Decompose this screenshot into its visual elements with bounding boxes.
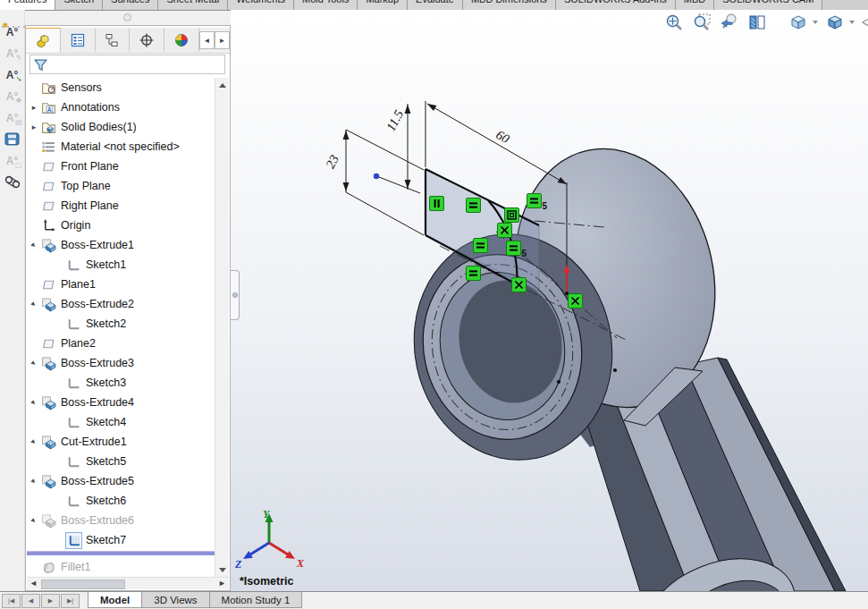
tree-item-sketch7[interactable]: Sketch7 [27, 530, 215, 550]
capture-annotation-icon[interactable]: A°▢ [3, 151, 22, 170]
scroll-up-icon[interactable] [219, 83, 226, 88]
triad-x-label: X [296, 557, 305, 570]
sketch-point-selected[interactable] [374, 173, 379, 179]
commandmanager-tab-sketch[interactable]: Sketch [55, 0, 103, 11]
scroll-down-icon[interactable] [219, 568, 226, 572]
collapse-icon[interactable]: ▸ [27, 394, 42, 410]
tree-item-sketch4[interactable]: Sketch4 [27, 412, 215, 432]
panel-resize-knob[interactable] [123, 13, 131, 21]
edit-annotation-icon[interactable]: A°✎ [3, 44, 22, 63]
relation-equal-icon[interactable] [466, 266, 481, 281]
tree-item-right-plane[interactable]: Right Plane [27, 196, 215, 216]
tab-motion-study-1[interactable]: Motion Study 1 [210, 592, 303, 608]
step-forward-button[interactable]: ▶ [41, 594, 60, 608]
tree-filter-field[interactable] [29, 55, 225, 74]
model-canvas[interactable]: 23 11.5 60 Y [231, 10, 868, 591]
relation-parallel-icon[interactable] [429, 196, 444, 211]
tree-item-sensors[interactable]: Sensors [27, 78, 215, 97]
commandmanager-tab-sheet-metal[interactable]: Sheet Metal [158, 0, 228, 11]
tree-item-cut-extrude1[interactable]: ▸Cut-Extrude1 [27, 432, 215, 452]
collapse-icon[interactable]: ▸ [27, 512, 42, 529]
tree-item-plane1[interactable]: Plane1 [27, 275, 215, 294]
sketch-icon [66, 258, 81, 273]
collapse-icon[interactable]: ▸ [27, 296, 42, 312]
tree-item-solid-bodies-1[interactable]: ▸Solid Bodies(1) [27, 117, 215, 137]
relation-on-surface-icon[interactable] [504, 207, 519, 223]
display-style-dropdown-icon[interactable] [849, 21, 855, 24]
relation-equal-icon[interactable] [466, 198, 481, 213]
tree-item-fillet1[interactable]: Fillet1 [27, 557, 215, 577]
featuremanager-design-tree-tab[interactable] [26, 28, 61, 53]
commandmanager-tab-surfaces[interactable]: Surfaces [103, 0, 158, 11]
dimxpertmanager-tab[interactable] [130, 28, 164, 52]
tree-vertical-scrollbar[interactable] [215, 78, 229, 578]
tree-item-material-not-specified[interactable]: Material <not specified> [27, 137, 215, 156]
tab-model[interactable]: Model [88, 592, 142, 608]
previous-view-icon[interactable] [719, 12, 740, 33]
tree-item-sketch1[interactable]: Sketch1 [27, 255, 215, 275]
go-to-end-button[interactable]: ▶| [61, 594, 80, 608]
featuremanager-tab-bar: ◄ ► [26, 28, 230, 54]
tree-item-sketch6[interactable]: Sketch6 [27, 491, 215, 511]
scroll-left-icon[interactable]: ◄ [29, 579, 38, 588]
expand-icon[interactable]: ▸ [27, 103, 41, 112]
tree-item-boss-extrude4[interactable]: ▸Boss-Extrude4 [27, 393, 215, 412]
solidworks-window: FeaturesSketchSurfacesSheet MetalWeldmen… [0, 0, 868, 609]
scroll-right-icon[interactable]: ► [218, 579, 226, 588]
configurationmanager-tab[interactable] [96, 28, 131, 52]
collapse-icon[interactable]: ▸ [27, 355, 42, 371]
step-back-button[interactable]: ◀ [21, 594, 40, 608]
tree-item-sketch5[interactable]: Sketch5 [27, 452, 215, 471]
fillet-icon [41, 560, 56, 575]
zoom-to-fit-icon[interactable] [663, 12, 685, 33]
relation-coincident-icon[interactable] [497, 223, 512, 238]
panel-tab-scroll-right[interactable]: ► [215, 31, 230, 49]
display-style-icon[interactable] [824, 12, 846, 33]
annotation-options-icon[interactable]: A°▤ [3, 108, 22, 127]
relation-coincident-icon[interactable] [568, 293, 583, 309]
collapse-icon[interactable]: ▸ [27, 473, 42, 489]
tree-item-label: Boss-Extrude5 [61, 475, 134, 487]
collapse-icon[interactable]: ▸ [27, 237, 42, 253]
expand-icon[interactable]: ▸ [27, 123, 41, 131]
view-orientation-icon[interactable] [788, 12, 809, 33]
tree-item-boss-extrude5[interactable]: ▸Boss-Extrude5 [27, 471, 215, 491]
relation-coincident-icon[interactable] [511, 277, 527, 292]
displaymanager-tab[interactable] [164, 28, 199, 52]
tree-horizontal-scrollbar[interactable]: ◄ ► [27, 577, 229, 589]
view-orientation-dropdown-icon[interactable] [813, 21, 818, 24]
tree-item-boss-extrude1[interactable]: ▸Boss-Extrude1 [27, 235, 215, 255]
scrollbar-thumb[interactable] [41, 579, 125, 589]
propertymanager-tab[interactable] [61, 28, 96, 52]
bottom-tab-bar: |◀◀▶▶| Model3D ViewsMotion Study 1 [0, 591, 868, 609]
section-view-icon[interactable] [746, 12, 768, 33]
tree-item-front-plane[interactable]: Front Plane [27, 156, 215, 176]
save-annotation-views-icon[interactable] [3, 130, 22, 148]
tree-item-sketch3[interactable]: Sketch3 [27, 373, 215, 393]
tree-item-label: Plane2 [61, 337, 96, 350]
zoom-to-area-icon[interactable] [691, 12, 712, 33]
hide-show-items-icon[interactable] [861, 12, 868, 33]
relation-equal-icon[interactable]: 5 [506, 241, 521, 256]
rollback-bar[interactable] [27, 551, 215, 555]
move-annotation-icon[interactable]: A°➘ [3, 65, 22, 84]
tree-item-annotations[interactable]: ▸AAnnotations [27, 97, 215, 117]
tree-item-boss-extrude2[interactable]: ▸Boss-Extrude2 [27, 294, 215, 314]
tree-item-boss-extrude3[interactable]: ▸Boss-Extrude3 [27, 353, 215, 373]
relation-equal-icon[interactable] [473, 238, 488, 253]
graphics-area[interactable]: 23 11.5 60 Y [231, 10, 868, 591]
dynamic-annotation-views-icon[interactable] [3, 173, 22, 191]
panel-splitter-handle[interactable] [231, 270, 240, 320]
add-annotation-icon[interactable]: A°✚ [3, 87, 22, 106]
tree-item-top-plane[interactable]: Top Plane [27, 176, 215, 196]
tab-3d-views[interactable]: 3D Views [142, 592, 209, 608]
tree-item-origin[interactable]: Origin [27, 216, 215, 235]
headsup-view-toolbar [663, 12, 868, 33]
go-to-start-button[interactable]: |◀ [2, 594, 21, 608]
tree-item-plane2[interactable]: Plane2 [27, 334, 215, 353]
panel-tab-scroll-left[interactable]: ◄ [199, 31, 215, 49]
tree-item-sketch2[interactable]: Sketch2 [27, 314, 215, 334]
tree-item-boss-extrude6[interactable]: ▸Boss-Extrude6 [27, 511, 215, 530]
relation-equal-icon[interactable]: 5 [527, 193, 542, 208]
collapse-icon[interactable]: ▸ [27, 434, 42, 450]
